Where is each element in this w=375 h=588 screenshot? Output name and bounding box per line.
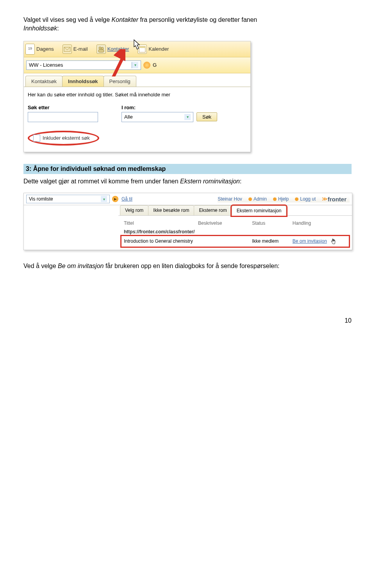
mail-icon (62, 44, 72, 54)
go-icon[interactable]: ▶ (112, 196, 118, 202)
roomlist-value: Vis romliste (29, 196, 53, 202)
room-select-value: Alle (124, 114, 133, 120)
tab-row-2: Velg rom Ikke besøkte rom Eksterne rom E… (118, 205, 352, 216)
fronter-topbar: Vis romliste ▾ ▶ Gå til Steinar Hov Admi… (24, 193, 352, 205)
search-left-col: Søk etter (28, 105, 98, 122)
screenshot-1: 19 Dagens E-mail Kontakter Kalender (23, 41, 251, 152)
bullet-icon (248, 197, 252, 201)
invitation-link[interactable]: Be om invitasjon (293, 238, 327, 244)
page-number: 10 (23, 317, 352, 324)
intro-em-innholdssok: Innholdssøk (23, 25, 57, 32)
topbar-left: Vis romliste ▾ ▶ Gå til (26, 195, 132, 203)
toolbar-email-label: E-mail (73, 46, 88, 52)
external-search-label: Inkluder eksternt søk (43, 135, 90, 141)
svg-point-1 (99, 47, 101, 49)
row-action-cell: Be om invitasjon (293, 238, 346, 245)
col-beskrivelse: Beskrivelse (198, 220, 252, 226)
cursor-pointer-icon (129, 39, 143, 66)
svg-point-2 (101, 47, 104, 50)
search-right-col: I rom: Alle ▾ Søk (121, 105, 217, 122)
calendar-day-icon: 19 (25, 44, 35, 55)
svg-line-6 (110, 54, 125, 76)
roomlist-dropdown[interactable]: Vis romliste ▾ (26, 195, 110, 203)
search-row: Søk etter I rom: Alle ▾ Søk (24, 105, 250, 131)
table-header: Tittel Beskrivelse Status Handling (121, 219, 349, 227)
logout-link[interactable]: Logg ut (295, 196, 316, 202)
para2-a: Dette valget gjør at rommet vil komme fr… (23, 178, 180, 185)
section-heading-3: 3: Åpne for individuell søknad om medlem… (23, 164, 352, 174)
toolbar-dagens[interactable]: 19 Dagens (25, 44, 54, 55)
room-select[interactable]: Alle ▾ (121, 112, 193, 122)
intro-paragraph: Valget vil vises seg ved å velge Kontakt… (23, 16, 352, 33)
row-title: Introduction to General chemistry (124, 238, 198, 244)
search-input[interactable] (28, 112, 98, 122)
intro-text-3: : (57, 25, 59, 32)
para-2: Dette valget gjør at rommet vil komme fr… (23, 177, 352, 186)
hand-cursor-icon (330, 238, 336, 244)
search-label-left: Søk etter (28, 105, 98, 110)
user-link[interactable]: Steinar Hov (218, 196, 242, 202)
fronter-logo: >>fronter (322, 196, 346, 203)
tab-innholdssok[interactable]: Innholdssøk (62, 76, 104, 87)
intro-text-2: fra personlig verktøyliste og deretter f… (138, 16, 257, 23)
external-search-checkbox[interactable] (33, 135, 40, 142)
user-name: Steinar Hov (218, 196, 242, 202)
intro-em-kontakter: Kontakter (112, 16, 138, 23)
top-toolbar: 19 Dagens E-mail Kontakter Kalender (24, 41, 250, 57)
red-circle-annotation: Inkluder eksternt søk (28, 131, 99, 146)
toolbar-dagens-label: Dagens (36, 46, 54, 52)
col-handling: Handling (293, 220, 346, 226)
col-tittel: Tittel (124, 220, 198, 226)
para3-a: Ved å velge (23, 263, 58, 269)
search-button[interactable]: Søk (196, 112, 217, 121)
bullet-icon (295, 197, 298, 201)
right-letter: G (153, 62, 157, 68)
para2-b: : (240, 178, 241, 185)
topbar-right: Steinar Hov Admin Hjelp Logg ut >>fronte… (218, 196, 350, 203)
tab-row-1: Kontaktsøk Innholdssøk Personlig (24, 73, 250, 87)
search-label-right: I rom: (121, 105, 217, 110)
row-status: Ikke medlem (252, 238, 293, 244)
tab-eksterne-rom[interactable]: Eksterne rom (194, 205, 232, 215)
tab-kontaktsok[interactable]: Kontaktsøk (25, 76, 62, 87)
chevron-down-icon: ▾ (101, 196, 107, 202)
contacts-icon (96, 44, 106, 54)
para3-em: Be om invitasjon (58, 263, 104, 269)
chevron-down-icon: ▾ (184, 114, 191, 120)
go-icon[interactable] (143, 62, 150, 69)
toolbar-email[interactable]: E-mail (62, 44, 88, 54)
table-wrap: Tittel Beskrivelse Status Handling https… (118, 216, 352, 250)
room-dropdown-value: WW - Licenses (29, 62, 63, 68)
para2-em: Ekstern rominvitasjon (180, 178, 240, 185)
screenshot-2: Vis romliste ▾ ▶ Gå til Steinar Hov Admi… (23, 193, 352, 250)
col-status: Status (252, 220, 293, 226)
para-3: Ved å velge Be om invitasjon får brukere… (23, 262, 352, 270)
intro-text-1: Valget vil vises seg ved å velge (23, 16, 112, 23)
goto-link[interactable]: Gå til (121, 196, 132, 202)
help-text: Her kan du søke etter innhold og titler.… (24, 87, 250, 105)
tab-ekstern-rominvitasjon[interactable]: Ekstern rominvitasjon (232, 206, 287, 216)
bullet-icon (273, 197, 277, 201)
url-row: https://fronter.com/classfronter/ (121, 227, 349, 236)
tab-ikke-besokte[interactable]: Ikke besøkte rom (148, 205, 194, 215)
toolbar-kalender-label: Kalender (148, 46, 169, 52)
tab-velg-rom[interactable]: Velg rom (120, 205, 148, 215)
tab-personlig[interactable]: Personlig (104, 76, 136, 87)
svg-rect-3 (98, 50, 104, 52)
para3-b: får brukeren opp en liten dialogboks for… (104, 263, 279, 269)
table-row: Introduction to General chemistry Ikke m… (121, 236, 349, 247)
help-link[interactable]: Hjelp (273, 196, 289, 202)
red-arrow-annotation (106, 49, 125, 76)
external-search-row: Inkluder eksternt søk (24, 131, 250, 152)
admin-link[interactable]: Admin (248, 196, 267, 202)
